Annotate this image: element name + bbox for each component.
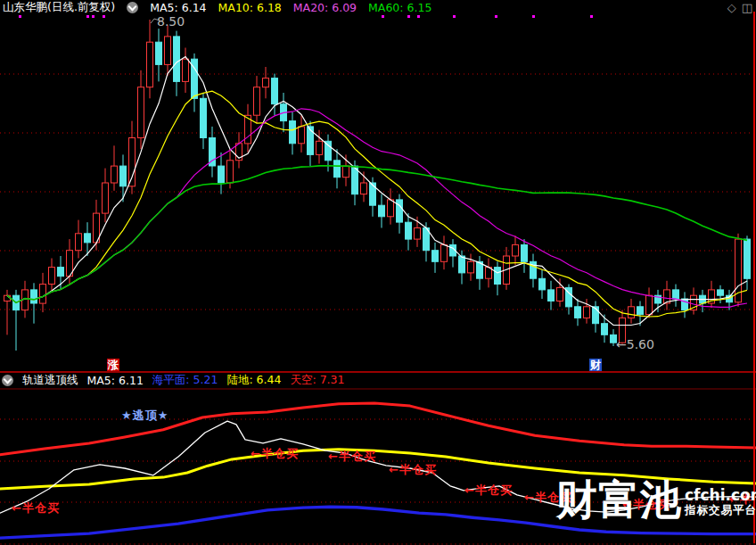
half-position-buy-signal-label: ←半仓买 — [389, 462, 437, 478]
ma20-readout: MA20: 6.09 — [293, 1, 357, 14]
half-position-buy-signal-label: ←半仓买 — [12, 500, 60, 516]
ma10-readout: MA10: 6.18 — [218, 1, 282, 14]
chart-window: 山东华鹏(日线.前复权) MA5: 6.14 MA10: 6.18 MA20: … — [0, 0, 756, 545]
collapse-chevron-icon[interactable] — [127, 2, 138, 13]
watermark-tagline: 指标交易平台 — [685, 503, 756, 516]
watermark-brand: 财富池 — [556, 476, 682, 523]
indicator-ma5-readout: MA5: 6.11 — [87, 374, 144, 387]
main-chart-header: 山东华鹏(日线.前复权) MA5: 6.14 MA10: 6.18 MA20: … — [3, 0, 431, 15]
stock-title: 山东华鹏(日线.前复权) — [3, 0, 115, 15]
rise-badge: 涨 — [107, 359, 119, 371]
collapse-chevron-icon[interactable] — [2, 375, 13, 386]
split-window-icon[interactable]: ◫ — [742, 1, 752, 14]
watermark: 财富池 cfchi.com 指标交易平台 — [556, 476, 756, 523]
indicator-sky-readout: 天空: 7.31 — [290, 373, 344, 388]
indicator-name: 轨道逃顶线 — [22, 373, 78, 388]
escape-top-signal-label: ★逃顶★ — [121, 408, 168, 424]
watermark-domain: cfchi.com — [685, 487, 756, 503]
half-position-buy-signal-label: ←半仓买 — [251, 446, 299, 462]
price-extreme-label: 8.50 — [157, 14, 185, 29]
price-extreme-label: ←5.60 — [616, 337, 654, 351]
chart-canvas[interactable] — [0, 0, 756, 545]
window-controls: ◇ ◫ — [727, 1, 752, 14]
wealth-badge: 财 — [589, 359, 602, 371]
diamond-icon[interactable]: ◇ — [727, 1, 736, 14]
ma60-readout: MA60: 6.15 — [368, 1, 431, 14]
half-position-buy-signal-label: ←半仓买 — [328, 449, 376, 465]
indicator-sea-readout: 海平面: 5.21 — [152, 373, 218, 388]
ma5-readout: MA5: 6.14 — [150, 1, 206, 14]
indicator-land-readout: 陆地: 6.44 — [226, 373, 281, 388]
indicator-header: 轨道逃顶线 MA5: 6.11 海平面: 5.21 陆地: 6.44 天空: 7… — [2, 373, 344, 388]
half-position-buy-signal-label: ←半仓买 — [464, 483, 513, 499]
